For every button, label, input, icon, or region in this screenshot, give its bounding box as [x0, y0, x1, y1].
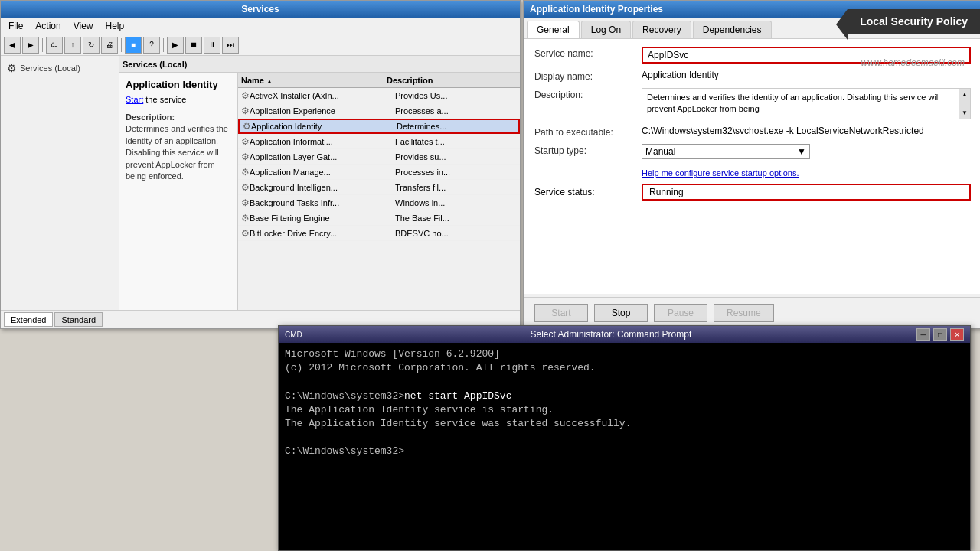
service-name-cell: Application Experience — [250, 106, 395, 116]
scroll-up-icon[interactable]: ▲ — [959, 89, 970, 100]
service-desc-cell: Processes a... — [395, 106, 517, 116]
service-name-cell: BitLocker Drive Encry... — [250, 229, 395, 238]
table-row[interactable]: ⚙ Base Filtering Engine The Base Fil... — [238, 210, 520, 226]
service-icon: ⚙ — [241, 152, 250, 162]
service-icon: ⚙ — [241, 197, 250, 208]
show-console-tree-button[interactable]: 🗂 — [46, 37, 63, 54]
service-icon: ⚙ — [243, 121, 251, 132]
extended-tab[interactable]: Extended — [4, 312, 53, 327]
security-banner-text: Local Security Policy — [860, 15, 968, 28]
menu-bar: File Action View Help — [1, 18, 520, 34]
tab-logon[interactable]: Log On — [581, 21, 631, 38]
description-label: Description: — [534, 88, 642, 100]
status-label: Service status: — [534, 187, 642, 197]
list-area: Application Identity Start the service D… — [119, 73, 520, 328]
description-text: Determines and verifies the identity of … — [647, 93, 940, 113]
services-window: Services File Action View Help ◀ ▶ 🗂 ↑ ↻… — [0, 0, 521, 329]
start-service-link[interactable]: Start — [126, 95, 143, 104]
table-row[interactable]: ⚙ Application Experience Processes a... — [238, 103, 520, 119]
dropdown-icon: ▼ — [797, 146, 806, 157]
service-icon: ⚙ — [241, 182, 250, 193]
pause-button[interactable]: Pause — [654, 304, 707, 322]
help2-button[interactable]: ? — [143, 37, 160, 54]
help-link-row: Help me configure service startup option… — [534, 165, 971, 178]
resume-button[interactable]: Resume — [714, 304, 774, 322]
gear-icon: ⚙ — [7, 62, 17, 74]
close-button[interactable]: ✕ — [950, 328, 964, 341]
help-link[interactable]: Help me configure service startup option… — [642, 168, 799, 178]
props-body: Service name: AppIDSvc Display name: App… — [524, 39, 980, 294]
cmd-icon: CMD — [285, 331, 302, 339]
pause-toolbar-button[interactable]: ⏸ — [204, 37, 220, 54]
minimize-button[interactable]: ─ — [916, 328, 930, 341]
service-name-cell: Application Layer Gat... — [250, 152, 395, 161]
stop-button[interactable]: Stop — [594, 304, 648, 322]
table-row-selected[interactable]: ⚙ Application Identity Determines... — [238, 119, 520, 134]
panel-icon-row: ⚙ Services (Local) — [7, 62, 113, 74]
service-desc-cell: Transfers fil... — [395, 183, 517, 192]
refresh-button[interactable]: ↻ — [83, 37, 100, 54]
display-name-row: Display name: Application Identity — [534, 70, 971, 82]
table-header: Name ▲ Description — [238, 73, 520, 88]
service-desc-cell: Windows in... — [395, 198, 517, 207]
tab-dependencies[interactable]: Dependencies — [693, 21, 772, 38]
service-name-cell: Base Filtering Engine — [250, 214, 395, 223]
service-desc-cell: Provides Us... — [395, 91, 517, 100]
cmd-content: Microsoft Windows [Version 6.2.9200] (c)… — [279, 343, 970, 550]
start-button[interactable]: Start — [534, 304, 588, 322]
services-list-header: Services (Local) — [119, 56, 520, 73]
export-button[interactable]: 🖨 — [101, 37, 118, 54]
startup-type-row: Startup type: Manual ▼ — [534, 144, 971, 159]
menu-help[interactable]: Help — [101, 19, 129, 33]
cmd-line-1: Microsoft Windows [Version 6.2.9200] — [285, 347, 964, 361]
toolbar: ◀ ▶ 🗂 ↑ ↻ 🖨 ■ ? ▶ ⏹ ⏸ ⏭ — [1, 34, 520, 56]
menu-view[interactable]: View — [69, 19, 98, 33]
forward-button[interactable]: ▶ — [22, 37, 39, 54]
stop-button[interactable]: ⏹ — [185, 37, 202, 54]
service-name-cell: Application Informati... — [250, 137, 395, 146]
service-icon: ⚙ — [241, 213, 250, 223]
panel-title: Services (Local) — [20, 64, 80, 73]
table-row[interactable]: ⚙ BitLocker Drive Encry... BDESVC ho... — [238, 226, 520, 241]
up-button[interactable]: ↑ — [64, 37, 81, 54]
description-scrollbar[interactable]: ▲ ▼ — [959, 89, 970, 119]
service-desc-cell: The Base Fil... — [395, 214, 517, 223]
menu-action[interactable]: Action — [31, 19, 65, 33]
desc-label: Description: — [126, 112, 175, 122]
services-local-label: Services (Local) — [122, 60, 187, 69]
path-row: Path to executable: C:\Windows\system32\… — [534, 126, 971, 138]
table-row[interactable]: ⚙ Background Tasks Infr... Windows in... — [238, 195, 520, 210]
table-row[interactable]: ⚙ Application Informati... Facilitates t… — [238, 134, 520, 149]
table-row[interactable]: ⚙ ActiveX Installer (AxIn... Provides Us… — [238, 88, 520, 103]
scroll-down-icon[interactable]: ▼ — [959, 107, 970, 119]
maximize-button[interactable]: □ — [933, 328, 947, 341]
table-row[interactable]: ⚙ Application Layer Gat... Provides su..… — [238, 149, 520, 165]
startup-select[interactable]: Manual ▼ — [642, 144, 810, 159]
play-button[interactable]: ▶ — [167, 37, 184, 54]
properties-button[interactable]: ■ — [125, 37, 142, 54]
service-icon: ⚙ — [241, 136, 250, 147]
description-row: Description: Determines and verifies the… — [534, 88, 971, 119]
table-row[interactable]: ⚙ Application Manage... Processes in... — [238, 165, 520, 180]
table-row[interactable]: ⚙ Background Intelligen... Transfers fil… — [238, 180, 520, 195]
startup-value: Manual — [645, 146, 675, 157]
left-sub-panel: Application Identity Start the service D… — [119, 73, 238, 328]
watermark: www.hamedesmaeili.com — [861, 57, 965, 68]
menu-file[interactable]: File — [4, 19, 28, 33]
tab-general[interactable]: General — [527, 21, 580, 38]
restart-button[interactable]: ⏭ — [222, 37, 239, 54]
back-button[interactable]: ◀ — [4, 37, 21, 54]
path-label: Path to executable: — [534, 126, 642, 138]
cmd-title-buttons: ─ □ ✕ — [916, 328, 964, 341]
service-action: Start the service — [126, 95, 231, 104]
service-name-cell: Application Identity — [251, 122, 397, 131]
standard-tab[interactable]: Standard — [54, 312, 103, 327]
desc-text: Determines and verifies the identity of … — [126, 124, 228, 181]
tab-recovery[interactable]: Recovery — [632, 21, 691, 38]
props-title-text: Application Identity Properties — [530, 4, 663, 15]
cmd-line-7 — [285, 431, 964, 445]
action-suffix: the service — [143, 95, 186, 104]
left-panel: ⚙ Services (Local) — [1, 56, 119, 328]
cmd-prompt-text: C:\Windows\system32> — [285, 390, 404, 402]
service-icon: ⚙ — [241, 228, 250, 239]
